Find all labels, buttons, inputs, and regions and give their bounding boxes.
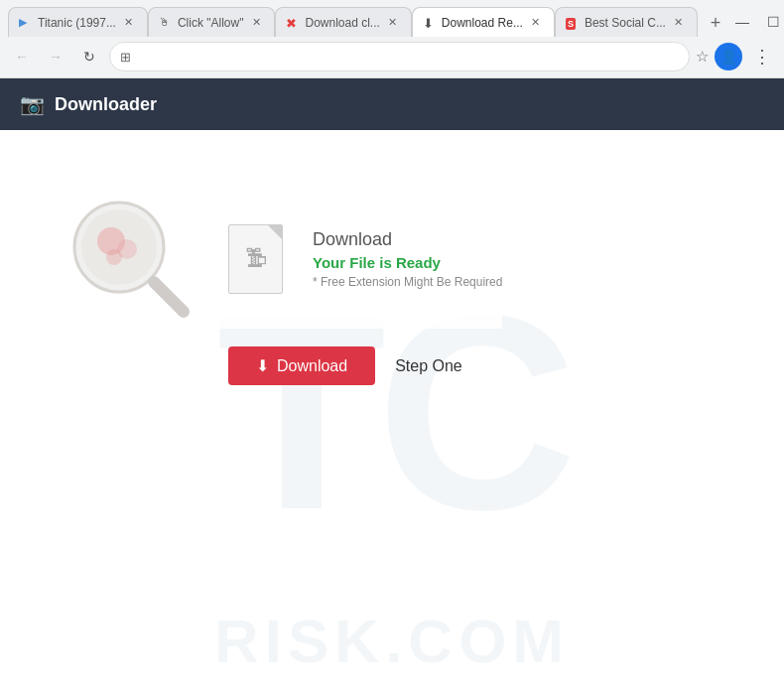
magnifier-icon-container [60,190,198,329]
address-bar-row: ← → ↻ ⊞ ☆ 👤 ⋮ [0,38,784,77]
address-bar[interactable]: ⊞ [109,42,690,71]
title-bar: ▶ Titanic (1997... ✕ 🖱 Click "Allow" ✕ ✖… [0,0,784,38]
download-title: Download [313,229,502,250]
tab-favicon-click: 🖱 [159,16,173,30]
svg-point-4 [106,249,122,265]
window-controls: — ☐ ✕ [729,9,784,35]
tab-favicon-download-active: ⬇ [423,16,437,30]
address-bar-tune-icon: ⊞ [120,50,131,65]
profile-button[interactable]: 👤 [715,43,742,70]
back-button[interactable]: ← [8,43,36,70]
page-content: 📷 Downloader TC RISK.COM [0,78,784,686]
step-one-label: Step One [395,357,462,375]
tab-title-social: Best Social C... [585,16,666,30]
file-body: 🗜 [228,224,283,294]
file-icon-container: 🗜 [228,224,283,294]
tab-download-error[interactable]: ✖ Download cl... ✕ [275,7,411,37]
browser-menu-button[interactable]: ⋮ [748,43,776,70]
svg-line-5 [154,282,184,312]
file-corner [268,225,282,239]
card-row: 🗜 Download Your File is Ready * Free Ext… [60,190,502,329]
reload-button[interactable]: ↻ [75,43,103,70]
download-arrow-icon: ⬇ [256,356,269,375]
browser-chrome: ▶ Titanic (1997... ✕ 🖱 Click "Allow" ✕ ✖… [0,0,784,78]
tab-download-active[interactable]: ⬇ Download Re... ✕ [412,7,555,37]
tabs-area: ▶ Titanic (1997... ✕ 🖱 Click "Allow" ✕ ✖… [8,7,729,37]
minimize-button[interactable]: — [729,9,755,35]
tab-titanic[interactable]: ▶ Titanic (1997... ✕ [8,7,148,37]
tab-close-social[interactable]: ✕ [671,15,687,31]
tab-favicon-social: S [566,16,580,30]
main-area: 🗜 Download Your File is Ready * Free Ext… [0,130,784,385]
file-ready-text: Your File is Ready [313,254,502,271]
tab-title-click-allow: Click "Allow" [178,16,244,30]
buttons-row: ⬇ Download Step One [60,346,462,385]
tab-close-click-allow[interactable]: ✕ [248,15,264,31]
profile-icon: 👤 [720,49,737,65]
tab-close-download-active[interactable]: ✕ [528,15,544,31]
tab-title-titanic: Titanic (1997... [38,16,116,30]
tab-favicon-titanic: ▶ [19,16,33,30]
downloader-header-icon: 📷 [20,92,45,116]
tab-close-titanic[interactable]: ✕ [121,15,137,31]
maximize-button[interactable]: ☐ [761,9,784,35]
download-button-label: Download [277,357,347,375]
watermark-bottom: RISK.COM [0,606,784,676]
tab-favicon-dl-error: ✖ [286,16,300,30]
download-button[interactable]: ⬇ Download [228,346,375,385]
tab-close-download-error[interactable]: ✕ [385,15,401,31]
tab-social[interactable]: S Best Social C... ✕ [555,7,698,37]
download-info: Download Your File is Ready * Free Exten… [313,229,502,289]
tab-click-allow[interactable]: 🖱 Click "Allow" ✕ [148,7,276,37]
forward-button[interactable]: → [42,43,69,70]
magnifier-icon [60,190,198,329]
extension-note: * Free Extension Might Be Required [313,275,502,289]
bookmark-star-icon[interactable]: ☆ [696,48,709,66]
tab-title-download-error: Download cl... [305,16,379,30]
downloader-header: 📷 Downloader [0,78,784,130]
file-zip-icon: 🗜 [245,246,267,272]
new-tab-button[interactable]: + [702,9,729,37]
tab-title-download-active: Download Re... [442,16,523,30]
downloader-header-title: Downloader [55,94,157,115]
